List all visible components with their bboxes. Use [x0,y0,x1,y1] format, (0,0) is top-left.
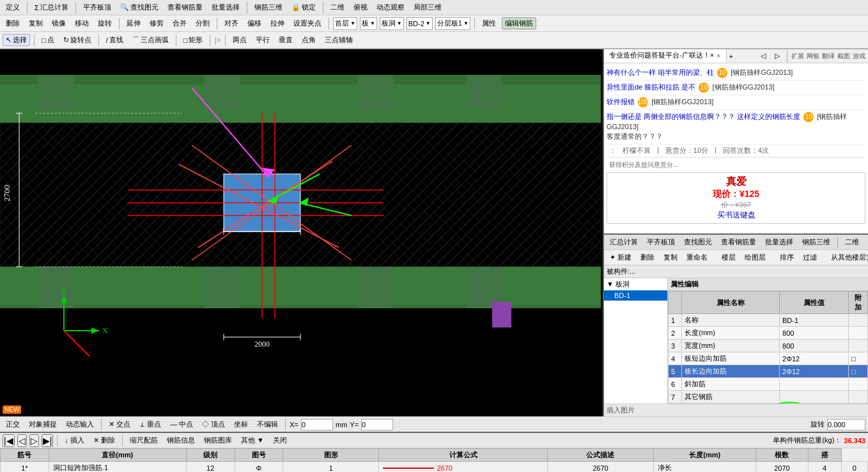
del-row-btn[interactable]: ✕ 删除 [90,434,118,446]
cad-canvas[interactable]: 2700 2000 [0,49,603,416]
snap-btn[interactable]: 对象捕捉 [26,418,60,430]
align-btn[interactable]: 对齐 [221,17,242,29]
rotate-btn[interactable]: 旋转 [95,17,115,29]
rotpoint-btn[interactable]: ↻ 旋转点 [60,34,95,46]
trim-btn[interactable]: 修剪 [146,17,167,29]
line-btn[interactable]: / 直线 [103,34,127,46]
props-row-5[interactable]: 5 板长边向加筋 2Φ12 □ [669,365,868,378]
level-top-btn[interactable]: 平齐板顶 [80,1,114,13]
rect-btn[interactable]: □ 矩形 [180,34,206,46]
tree-child-bd1[interactable]: BD-1 [604,290,667,301]
edit-steel-btn[interactable]: 编辑钢筋 [502,17,536,29]
props-row-6[interactable]: 6 斜加筋 [669,378,868,391]
perp-btn[interactable]: 垂直 [275,34,296,46]
intersect-btn[interactable]: ✕ 交点 [105,418,134,430]
x-input[interactable] [301,419,333,430]
define-btn[interactable]: 定义 [3,1,23,13]
three-point-btn[interactable]: 三点辅轴 [322,34,356,46]
split-btn[interactable]: 分割 [192,17,213,29]
nav-prev[interactable]: ◁ [17,434,27,447]
ad-area[interactable]: 真爱 现价：¥125 价：¥367 买书送键盘 [607,172,865,224]
props-row-7[interactable]: 7 其它钢筋 [669,391,868,404]
batch-btn2[interactable]: 批量选择 [762,236,796,248]
local3d-btn[interactable]: 局部三维 [410,1,445,13]
qa-tab-close[interactable]: × [717,52,720,59]
ortho-btn[interactable]: 正交 [3,418,23,430]
mirror-btn[interactable]: 镜像 [49,17,69,29]
perp-btn2[interactable]: ⊥ 垂点 [136,418,164,430]
delete-btn[interactable]: 删除 [3,17,23,29]
draw-btn[interactable]: 绘图层 [741,251,769,264]
sublayer-select[interactable]: 分层板1 [435,17,470,30]
sum-calc-btn2[interactable]: 汇总计算 [607,236,641,248]
scale-btn[interactable]: 缩尺配筋 [127,434,161,446]
mid-btn[interactable]: — 中点 [167,418,196,430]
cell-value[interactable]: 2Φ12 [780,365,849,378]
point-btn[interactable]: □ 点 [38,34,58,46]
lock-btn[interactable]: 🔒 锁定 [288,1,319,13]
2d-btn2[interactable]: 二维 [842,236,862,248]
props-row-4[interactable]: 4 板短边向加筋 2Φ12 □ [669,352,868,365]
top-btn[interactable]: ◇ 顶点 [199,418,228,430]
angle-point-btn[interactable]: 点角 [298,34,319,46]
grip-btn[interactable]: 设置夹点 [290,17,325,29]
offset-btn[interactable]: 偏移 [244,17,265,29]
rename-btn[interactable]: 重命名 [683,251,711,264]
dynamic-btn[interactable]: 动态观察 [373,1,408,13]
qa-tab[interactable]: 专业造价问题答疑平台-广联达！× × [604,49,727,63]
extend-btn[interactable]: 延伸 [123,17,144,29]
select-tool-btn[interactable]: ↖ 选择 [3,34,30,46]
nav-last[interactable]: ▶| [42,434,54,447]
nav-first[interactable]: |◀ [3,434,15,447]
sort-btn[interactable]: 排序 [777,251,797,264]
new-btn[interactable]: ✦ 新建 [607,251,635,264]
close-btn[interactable]: 关闭 [270,434,290,446]
props-row-1[interactable]: 1 名称 BD-1 [669,314,868,327]
steel-row-1[interactable]: 1* 洞口短跨加强筋.1 12 Φ 1 2670 2670 净长 2070 4 … [1,462,868,473]
del-btn[interactable]: 删除 [637,251,658,264]
insert-btn[interactable]: ↓ 插入 [61,434,88,446]
top-view-btn[interactable]: 俯视 [350,1,371,13]
steel-info-btn[interactable]: 钢筋信息 [164,434,198,446]
y-input[interactable] [361,419,393,430]
filter-btn[interactable]: 过滤 [800,251,820,264]
coord-btn[interactable]: 坐标 [231,418,251,430]
nav-next[interactable]: ▷ [29,434,39,447]
floor-btn[interactable]: 楼层 [718,251,739,264]
2d-btn[interactable]: 二维 [327,1,348,13]
stretch-btn[interactable]: 拉伸 [267,17,288,29]
dynamic-input-btn[interactable]: 动态输入 [63,418,97,430]
move-btn[interactable]: 移动 [72,17,92,29]
merge-btn[interactable]: 合并 [169,17,190,29]
element-select[interactable]: 板 [360,17,377,30]
browser-forward[interactable]: ▷ [771,51,783,61]
props-row-3[interactable]: 3 宽度(mm) 800 [669,340,868,352]
steel3d-btn2[interactable]: 钢筋三维 [799,236,833,248]
rotate-input[interactable] [827,419,865,430]
find-element-btn[interactable]: 🔍 查找图元 [117,1,162,13]
find-btn2[interactable]: 查找图元 [681,236,715,248]
ad-cta[interactable]: 买书送键盘 [610,210,862,221]
arc-btn[interactable]: ⌒ 三点画弧 [129,34,172,46]
other-btn[interactable]: 其他 ▼ [238,434,267,446]
view-steel-btn[interactable]: 查看钢筋量 [164,1,206,13]
browser-back[interactable]: ◁ [757,51,769,61]
type-select[interactable]: 板洞 [380,17,404,30]
layer-select[interactable]: 首层 [333,17,357,30]
copy-floor-btn[interactable]: 从其他楼层复制构件 [828,251,868,264]
batch-select-btn[interactable]: 批量选择 [208,1,243,13]
copy-btn2[interactable]: 复制 [660,251,681,264]
level-top-btn2[interactable]: 平齐板顶 [644,236,678,248]
steel3d-btn[interactable]: 钢筋三维 [251,1,286,13]
tree-parent[interactable]: ▼ 板洞 [604,278,667,290]
sum-calc-btn[interactable]: Σ 汇总计算 [31,1,72,13]
props-row-2[interactable]: 2 长度(mm) 800 [669,327,868,340]
code-select[interactable]: BD-2 [407,17,433,30]
two-point-btn[interactable]: 两点 [229,34,250,46]
parallel-btn[interactable]: 平行 [252,34,273,46]
insert-image-btn[interactable]: 插入图片 [604,404,868,416]
view-steel-btn2[interactable]: 查看钢筋量 [718,236,759,248]
steel-lib-btn[interactable]: 钢筋图库 [201,434,235,446]
copy-btn[interactable]: 复制 [26,17,46,29]
no-edit-btn[interactable]: 不编辑 [254,418,281,430]
